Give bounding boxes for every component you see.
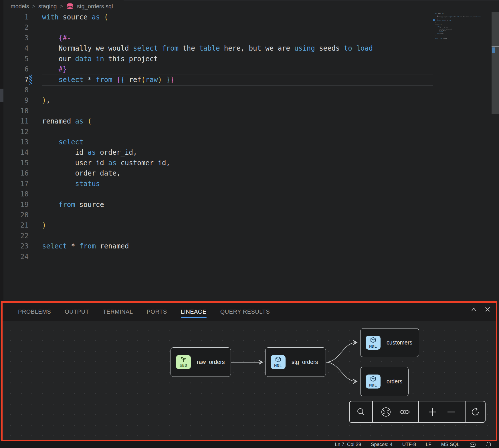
model-badge: MDL (366, 375, 381, 389)
zoom-out-icon[interactable] (447, 407, 456, 417)
line-number[interactable]: 9 (3, 95, 29, 105)
aperture-icon[interactable] (381, 407, 391, 417)
breadcrumb-item-staging[interactable]: staging (38, 3, 57, 10)
lineage-node-orders[interactable]: MDLorders (360, 367, 409, 396)
tab-output[interactable]: OUTPUT (65, 303, 89, 321)
minimap-line (435, 39, 445, 40)
lineage-node-raw_orders[interactable]: SEDraw_orders (171, 347, 231, 377)
code-line[interactable]: ), (42, 95, 50, 105)
status-indentation[interactable]: Spaces: 4 (371, 442, 393, 447)
vscode-window: models>staging>stg_orders.sql 1234567891… (0, 0, 499, 448)
model-badge: MDL (366, 336, 381, 350)
line-number[interactable]: 12 (3, 127, 29, 137)
database-file-icon (66, 3, 74, 10)
modified-line-marker (29, 75, 32, 85)
panel-tab-bar: PROBLEMSOUTPUTTERMINALPORTSLINEAGEQUERY … (3, 303, 496, 321)
close-icon[interactable] (485, 306, 490, 312)
line-number[interactable]: 5 (3, 54, 29, 64)
overview-ruler-scrollbar[interactable] (492, 12, 499, 114)
node-label: stg_orders (292, 359, 318, 365)
bell-icon[interactable] (486, 441, 492, 448)
code-line[interactable]: #} (42, 64, 67, 74)
breadcrumb-file[interactable]: stg_orders.sql (77, 3, 113, 10)
line-number[interactable]: 1 (3, 12, 29, 22)
model-badge: MDL (271, 355, 286, 369)
line-number[interactable]: 22 (3, 231, 29, 241)
badge-label: MDL (369, 383, 377, 387)
lineage-graph-canvas[interactable]: SEDraw_ordersMDLstg_ordersMDLcustomersMD… (3, 321, 496, 440)
badge-label: SED (180, 363, 187, 368)
status-language-mode[interactable]: MS SQL (441, 442, 460, 447)
code-line[interactable]: renamed as ( (42, 116, 92, 126)
line-number[interactable]: 23 (3, 241, 29, 251)
code-line[interactable]: select * from renamed (42, 241, 129, 251)
code-line[interactable]: status (42, 179, 100, 189)
copilot-icon[interactable] (469, 442, 476, 447)
breadcrumb-separator: > (60, 3, 63, 9)
zoom-in-icon[interactable] (428, 407, 437, 417)
overview-slider-edge (492, 46, 499, 47)
line-number[interactable]: 11 (3, 116, 29, 126)
tab-problems[interactable]: PROBLEMS (18, 303, 51, 321)
line-number[interactable]: 3 (3, 33, 29, 43)
line-number[interactable]: 18 (3, 189, 29, 199)
minimap[interactable]: with source as ( {#- Normally we would s… (433, 13, 490, 44)
line-number[interactable]: 13 (3, 137, 29, 147)
tab-ports[interactable]: PORTS (147, 303, 167, 321)
line-number[interactable]: 19 (3, 200, 29, 210)
refresh-icon[interactable] (470, 407, 480, 417)
seed-icon (181, 357, 187, 363)
collapse-chevron-icon[interactable] (470, 307, 477, 312)
status-cursor-position[interactable]: Ln 7, Col 29 (335, 442, 361, 447)
model-cube-icon (370, 376, 377, 383)
node-label: raw_orders (197, 359, 225, 365)
model-cube-icon (370, 337, 377, 344)
code-editor[interactable]: models>staging>stg_orders.sql 1234567891… (3, 0, 499, 301)
strip-scrollbar-thumb[interactable] (0, 89, 3, 102)
status-eol[interactable]: LF (426, 442, 431, 447)
status-bar: Ln 7, Col 29Spaces: 4UTF-8LFMS SQL (0, 441, 499, 448)
code-line[interactable]: ) (42, 220, 46, 230)
tab-terminal[interactable]: TERMINAL (103, 303, 133, 321)
line-number[interactable]: 14 (3, 147, 29, 158)
code-line[interactable]: select (42, 137, 84, 147)
editor-top-border (124, 1, 499, 1)
code-line[interactable]: Normally we would select from the table … (42, 43, 373, 53)
lineage-node-stg_orders[interactable]: MDLstg_orders (265, 347, 326, 377)
line-number[interactable]: 24 (3, 252, 29, 262)
eye-icon[interactable] (399, 408, 410, 416)
activity-strip (0, 0, 3, 301)
overview-modified-decoration (492, 47, 495, 53)
code-line[interactable]: with source as ( (42, 12, 108, 22)
breadcrumb: models>staging>stg_orders.sql (11, 2, 113, 10)
line-number[interactable]: 8 (3, 85, 29, 95)
status-encoding[interactable]: UTF-8 (402, 442, 416, 447)
badge-label: MDL (369, 344, 377, 349)
code-line[interactable]: order_date, (42, 168, 121, 178)
search-icon[interactable] (357, 407, 366, 417)
line-number[interactable]: 4 (3, 43, 29, 53)
model-cube-icon (275, 356, 282, 363)
code-line[interactable]: from source (42, 200, 104, 210)
line-number[interactable]: 17 (3, 179, 29, 189)
line-number[interactable]: 10 (3, 106, 29, 116)
tab-query-results[interactable]: QUERY RESULTS (220, 303, 270, 321)
node-label: customers (387, 339, 412, 346)
line-number[interactable]: 21 (3, 220, 29, 230)
lineage-node-customers[interactable]: MDLcustomers (360, 328, 419, 357)
code-line[interactable]: id as order_id, (42, 147, 137, 158)
tab-lineage[interactable]: LINEAGE (181, 303, 207, 321)
line-number[interactable]: 16 (3, 168, 29, 178)
code-line[interactable]: {#- (42, 33, 71, 43)
code-line[interactable]: user_id as customer_id, (42, 158, 170, 168)
line-number[interactable]: 20 (3, 210, 29, 220)
minimap-modified-marker (433, 19, 435, 21)
line-number[interactable]: 7 (3, 75, 29, 85)
line-number[interactable]: 2 (3, 22, 29, 33)
breadcrumb-item-models[interactable]: models (11, 3, 29, 10)
line-number[interactable]: 15 (3, 158, 29, 168)
code-line[interactable]: our data in this project (42, 54, 158, 64)
badge-label: MDL (274, 363, 282, 368)
line-number[interactable]: 6 (3, 64, 29, 74)
code-line[interactable]: select * from {{ ref(raw) }} (42, 75, 174, 85)
